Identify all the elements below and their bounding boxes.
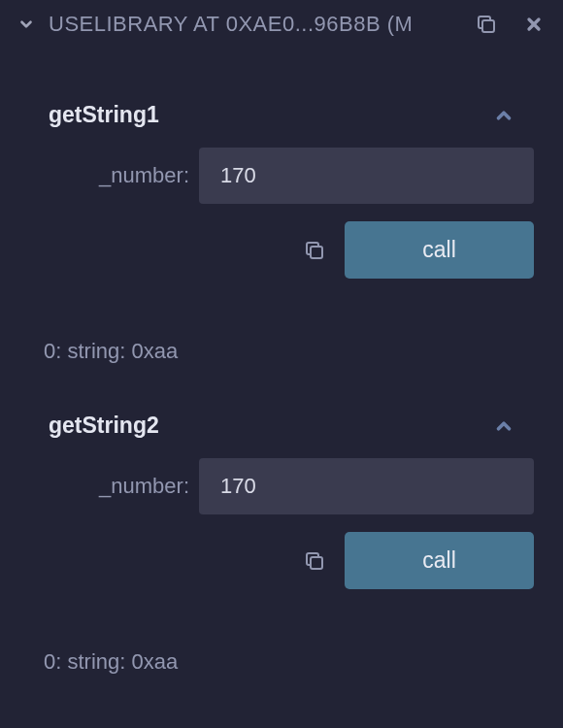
panel-body: getString1 _number: call 0: string: 0xaa [0, 49, 563, 728]
chevron-up-icon [493, 105, 514, 126]
action-row: call [29, 221, 534, 279]
chevron-down-icon[interactable] [17, 16, 35, 33]
copy-icon[interactable] [302, 238, 327, 263]
param-input[interactable] [199, 148, 534, 204]
copy-icon[interactable] [302, 548, 327, 574]
result-text: 0: string: 0xaa [29, 649, 534, 675]
close-icon[interactable] [522, 13, 546, 36]
param-row: _number: [29, 458, 534, 514]
panel-title: USELIBRARY AT 0XAE0...96B8B (M [49, 12, 460, 37]
panel-header: USELIBRARY AT 0XAE0...96B8B (M [0, 0, 563, 49]
svg-rect-3 [311, 247, 322, 258]
chevron-up-icon [493, 415, 514, 437]
param-label: _number: [29, 474, 199, 499]
param-input[interactable] [199, 458, 534, 514]
function-block: getString2 _number: call 0: string: 0xaa [29, 413, 534, 675]
function-header[interactable]: getString1 [29, 102, 534, 148]
result-text: 0: string: 0xaa [29, 339, 534, 364]
param-label: _number: [29, 163, 199, 188]
call-button[interactable]: call [345, 221, 534, 279]
call-button[interactable]: call [345, 532, 534, 589]
function-block: getString1 _number: call 0: string: 0xaa [29, 102, 534, 364]
action-row: call [29, 532, 534, 589]
svg-rect-0 [482, 20, 494, 32]
function-name: getString2 [49, 413, 159, 439]
param-row: _number: [29, 148, 534, 204]
function-name: getString1 [49, 102, 159, 128]
function-header[interactable]: getString2 [29, 413, 534, 458]
copy-icon[interactable] [474, 12, 499, 37]
svg-rect-4 [311, 557, 322, 569]
